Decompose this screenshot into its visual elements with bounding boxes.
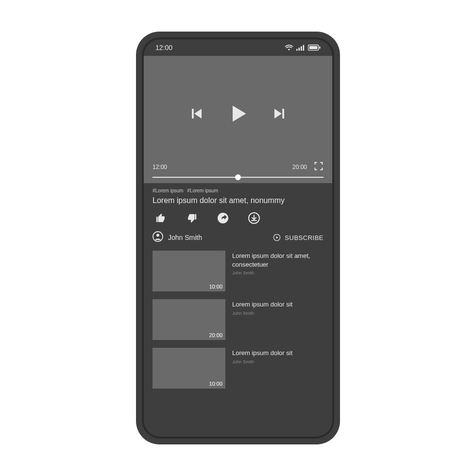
wifi-icon: [285, 44, 293, 51]
related-title: Lorem ipsum dolor sit: [232, 300, 292, 309]
related-author: John Smith: [232, 271, 323, 275]
svg-point-12: [156, 234, 159, 237]
total-time: 20:00: [292, 164, 307, 170]
subscribe-button[interactable]: SUBSCRIBE: [273, 234, 323, 241]
dislike-icon[interactable]: [186, 212, 198, 224]
phone-frame: 12:00: [136, 32, 340, 444]
hashtag[interactable]: #Lorem ipsum: [187, 188, 218, 193]
hashtag[interactable]: #Lorem ipsum: [153, 188, 183, 193]
share-icon[interactable]: [217, 212, 229, 224]
video-player[interactable]: 12:00 20:00: [144, 56, 332, 183]
status-bar: 12:00: [144, 39, 332, 56]
playback-controls: [144, 56, 332, 161]
hashtags[interactable]: #Lorem ipsum #Lorem ipsum: [153, 188, 323, 193]
svg-rect-3: [303, 45, 305, 51]
seek-thumb[interactable]: [235, 174, 241, 180]
list-item[interactable]: 20:00 Lorem ipsum dolor sit John Smith: [153, 299, 323, 340]
next-icon[interactable]: [272, 106, 287, 121]
related-title: Lorem ipsum dolor sit: [232, 349, 292, 357]
duration-badge: 10:00: [209, 381, 222, 387]
svg-rect-0: [296, 49, 298, 51]
battery-icon: [308, 44, 321, 51]
svg-rect-7: [192, 109, 194, 119]
related-title: Lorem ipsum dolor sit amet, consectetuer: [232, 252, 323, 269]
avatar-icon[interactable]: [153, 231, 163, 244]
thumbnail[interactable]: 20:00: [153, 299, 225, 340]
video-title: Lorem ipsum dolor sit amet, nonummy: [153, 196, 323, 205]
previous-icon[interactable]: [189, 106, 204, 121]
time-row: 12:00 20:00: [144, 161, 332, 173]
like-icon[interactable]: [154, 212, 167, 224]
status-time: 12:00: [155, 44, 172, 51]
channel-row: John Smith SUBSCRIBE: [153, 230, 323, 251]
thumbnail[interactable]: 10:00: [153, 348, 225, 389]
screen: 12:00: [142, 37, 334, 439]
seek-bar[interactable]: [144, 173, 332, 183]
svg-rect-2: [301, 46, 302, 51]
related-author: John Smith: [232, 311, 292, 316]
list-item[interactable]: 10:00 Lorem ipsum dolor sit amet, consec…: [153, 251, 323, 291]
svg-rect-5: [309, 46, 318, 50]
fullscreen-icon[interactable]: [314, 161, 323, 172]
svg-rect-1: [299, 48, 300, 51]
status-icons: [285, 44, 321, 51]
svg-rect-8: [282, 109, 284, 119]
download-icon[interactable]: [248, 212, 260, 224]
list-item[interactable]: 10:00 Lorem ipsum dolor sit John Smith: [153, 348, 323, 389]
thumbnail[interactable]: 10:00: [153, 251, 225, 291]
related-list: 10:00 Lorem ipsum dolor sit amet, consec…: [144, 251, 332, 389]
svg-rect-6: [319, 47, 320, 49]
duration-badge: 10:00: [209, 284, 222, 289]
current-time: 12:00: [153, 164, 167, 170]
subscribe-label: SUBSCRIBE: [285, 234, 323, 241]
related-author: John Smith: [232, 359, 292, 364]
duration-badge: 20:00: [209, 332, 222, 338]
channel-name[interactable]: John Smith: [168, 234, 202, 241]
action-row: [153, 211, 323, 230]
video-details: #Lorem ipsum #Lorem ipsum Lorem ipsum do…: [144, 183, 332, 251]
signal-icon: [296, 44, 305, 51]
play-icon[interactable]: [227, 103, 249, 124]
